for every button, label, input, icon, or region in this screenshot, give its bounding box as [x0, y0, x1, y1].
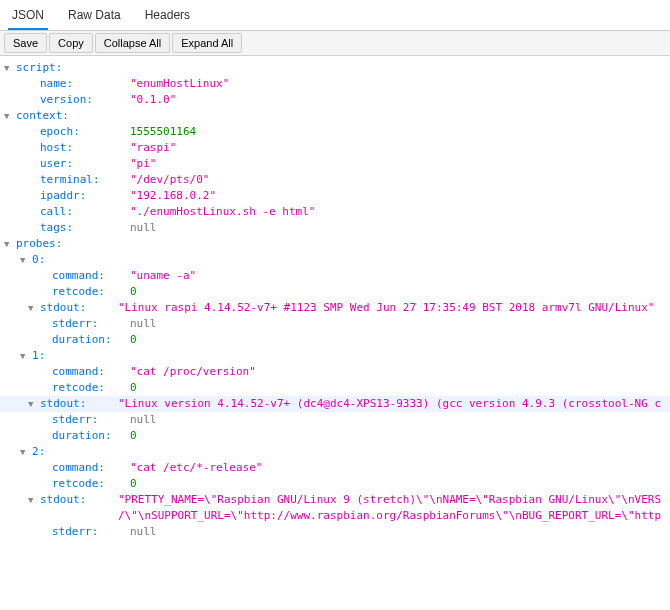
val-p2-stderr: null [130, 524, 157, 540]
json-tree: script name"enumHostLinux" version"0.1.0… [0, 56, 670, 544]
key-call[interactable]: call [40, 204, 130, 220]
val-p1-retcode: 0 [130, 380, 137, 396]
key-script[interactable]: script [16, 60, 104, 76]
val-host: "raspi" [130, 140, 176, 156]
key-command[interactable]: command [52, 460, 130, 476]
key-duration[interactable]: duration [52, 428, 130, 444]
save-button[interactable]: Save [4, 33, 47, 53]
key-stderr[interactable]: stderr [52, 412, 130, 428]
key-tags[interactable]: tags [40, 220, 130, 236]
val-script-version: "0.1.0" [130, 92, 176, 108]
toggle-icon[interactable] [28, 300, 38, 310]
toggle-icon[interactable] [20, 252, 30, 262]
val-tags: null [130, 220, 157, 236]
tab-bar: JSON Raw Data Headers [0, 0, 670, 31]
key-index-2[interactable]: 2 [32, 444, 120, 460]
key-retcode[interactable]: retcode [52, 476, 130, 492]
toggle-icon[interactable] [4, 60, 14, 70]
key-stdout[interactable]: stdout [40, 300, 118, 316]
key-index-0[interactable]: 0 [32, 252, 120, 268]
key-epoch[interactable]: epoch [40, 124, 130, 140]
val-p0-command: "uname -a" [130, 268, 196, 284]
key-user[interactable]: user [40, 156, 130, 172]
val-epoch: 1555501164 [130, 124, 196, 140]
expand-all-button[interactable]: Expand All [172, 33, 242, 53]
val-script-name: "enumHostLinux" [130, 76, 229, 92]
key-name[interactable]: name [40, 76, 130, 92]
key-retcode[interactable]: retcode [52, 380, 130, 396]
val-p0-retcode: 0 [130, 284, 137, 300]
key-stderr[interactable]: stderr [52, 316, 130, 332]
key-stderr[interactable]: stderr [52, 524, 130, 540]
key-stdout[interactable]: stdout [40, 492, 118, 508]
key-index-1[interactable]: 1 [32, 348, 120, 364]
key-retcode[interactable]: retcode [52, 284, 130, 300]
key-command[interactable]: command [52, 268, 130, 284]
val-p2-command: "cat /etc/*-release" [130, 460, 262, 476]
key-stdout[interactable]: stdout [40, 396, 118, 412]
key-terminal[interactable]: terminal [40, 172, 130, 188]
key-ipaddr[interactable]: ipaddr [40, 188, 130, 204]
key-command[interactable]: command [52, 364, 130, 380]
copy-button[interactable]: Copy [49, 33, 93, 53]
val-user: "pi" [130, 156, 157, 172]
tab-raw-data[interactable]: Raw Data [64, 4, 125, 30]
key-probes[interactable]: probes [16, 236, 104, 252]
val-p1-command: "cat /proc/version" [130, 364, 256, 380]
key-version[interactable]: version [40, 92, 130, 108]
toggle-icon[interactable] [20, 444, 30, 454]
val-p0-duration: 0 [130, 332, 137, 348]
toggle-icon[interactable] [28, 396, 38, 406]
val-p1-stdout: "Linux version 4.14.52-v7+ (dc4@dc4-XPS1… [118, 396, 661, 412]
val-call: "./enumHostLinux.sh -e html" [130, 204, 315, 220]
toggle-icon[interactable] [4, 236, 14, 246]
toggle-icon[interactable] [28, 492, 38, 502]
key-context[interactable]: context [16, 108, 104, 124]
key-duration[interactable]: duration [52, 332, 130, 348]
val-p2-retcode: 0 [130, 476, 137, 492]
toggle-icon[interactable] [4, 108, 14, 118]
tab-headers[interactable]: Headers [141, 4, 194, 30]
val-p2-stdout: "PRETTY_NAME=\"Raspbian GNU/Linux 9 (str… [118, 492, 661, 524]
val-p1-duration: 0 [130, 428, 137, 444]
tab-json[interactable]: JSON [8, 4, 48, 30]
toolbar: Save Copy Collapse All Expand All [0, 31, 670, 56]
toggle-icon[interactable] [20, 348, 30, 358]
key-host[interactable]: host [40, 140, 130, 156]
val-p0-stdout: "Linux raspi 4.14.52-v7+ #1123 SMP Wed J… [118, 300, 654, 316]
val-ipaddr: "192.168.0.2" [130, 188, 216, 204]
collapse-all-button[interactable]: Collapse All [95, 33, 170, 53]
val-p1-stderr: null [130, 412, 157, 428]
val-p0-stderr: null [130, 316, 157, 332]
val-terminal: "/dev/pts/0" [130, 172, 209, 188]
